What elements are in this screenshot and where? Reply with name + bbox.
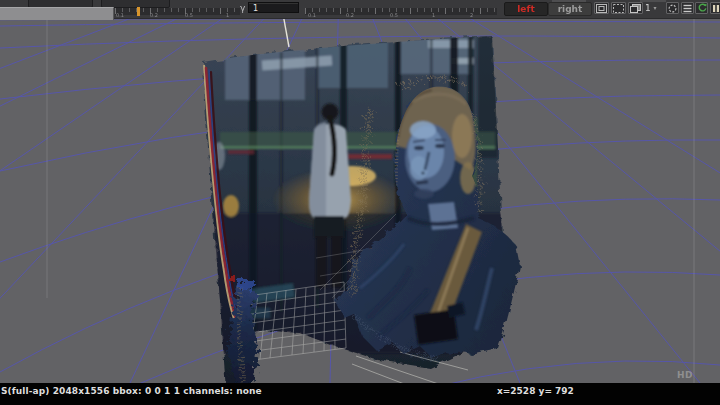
viewer-toolbar: 0.1 0.2 0.5 1 γ 1 0.1 0.2 0.5 1 2 left r… — [0, 0, 720, 19]
gamma-tick-label: 0.2 — [346, 13, 354, 18]
gain-slider[interactable] — [115, 8, 240, 15]
format-info-text: S(full-ap) 2048x1556 bbox: 0 0 1 1 chann… — [1, 386, 262, 396]
gain-slider-major-ticks — [115, 8, 240, 14]
chevron-down-icon: ▾ — [654, 4, 657, 11]
roi-icon — [596, 4, 607, 13]
update-circle-icon — [668, 4, 677, 13]
pause-icon — [712, 4, 720, 13]
refresh-icon — [697, 3, 707, 13]
viewer-3d-viewport[interactable]: HD — [0, 18, 720, 383]
gamma-slider-major-ticks — [305, 8, 497, 14]
stereo-right-button[interactable]: right — [548, 2, 592, 16]
gain-tick-label: 0.2 — [150, 13, 158, 18]
hd-format-badge: HD — [677, 370, 693, 380]
viewer-status-bar: S(full-ap) 2048x1556 bbox: 0 0 1 1 chann… — [0, 383, 720, 405]
gain-tick-label: 1 — [226, 13, 229, 18]
layer-stack-icon — [683, 4, 692, 13]
view-number-value: 1 — [645, 3, 651, 13]
scene-canvas — [0, 18, 720, 383]
gain-tick-label: 0.5 — [185, 13, 193, 18]
gamma-tick-label: 0.5 — [390, 13, 398, 18]
stereo-left-button[interactable]: left — [504, 2, 548, 16]
gain-slider-handle[interactable] — [137, 7, 140, 16]
update-button[interactable] — [666, 2, 679, 14]
display-icon — [630, 4, 641, 13]
proxy-icon — [613, 4, 624, 13]
gain-tick-label: 0.1 — [116, 13, 124, 18]
display-mode-button[interactable] — [628, 2, 643, 14]
view-number-select[interactable]: 1 ▾ — [645, 2, 665, 14]
pause-button[interactable] — [710, 2, 720, 14]
gamma-tick-label: 1 — [432, 13, 435, 18]
input-process-box[interactable] — [0, 7, 114, 20]
roi-button[interactable] — [594, 2, 609, 14]
gamma-label: γ — [240, 4, 245, 13]
gamma-tick-label: 2 — [470, 13, 473, 18]
refresh-button[interactable] — [695, 2, 708, 14]
gamma-value-field[interactable]: 1 — [248, 2, 299, 13]
gamma-tick-label: 0.1 — [308, 13, 316, 18]
proxy-toggle-button[interactable] — [611, 2, 626, 14]
buffer-stack-button[interactable] — [681, 2, 694, 14]
gamma-slider[interactable] — [305, 8, 497, 15]
cursor-position-text: x=2528 y= 792 — [497, 386, 574, 396]
